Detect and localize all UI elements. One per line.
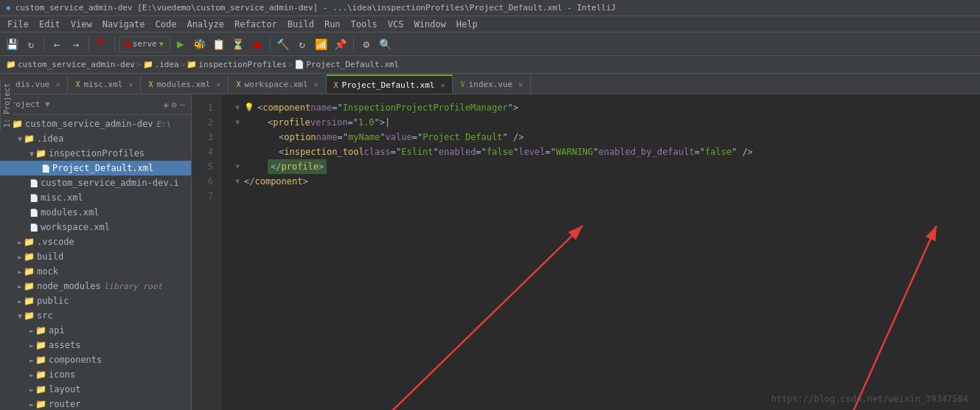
breadcrumb-part-0[interactable]: custom_service_admin-dev [18, 60, 135, 69]
arrow-icon-assets: ► [29, 341, 34, 350]
forward-button[interactable]: → [67, 35, 85, 53]
arrow-icon-public: ► [18, 297, 22, 305]
fold-btn-6[interactable]: ▼ [233, 177, 242, 186]
breadcrumb-folder-icon-2: 📁 [143, 60, 153, 69]
menu-item-window[interactable]: Window [409, 18, 450, 31]
separator-3 [114, 37, 115, 52]
arrow-icon-build: ► [18, 253, 22, 261]
separator-1 [44, 37, 44, 52]
tree-label-6: misc.xml [41, 192, 83, 203]
menu-item-tools[interactable]: Tools [347, 18, 382, 31]
xml-file-icon-2: 📄 [29, 179, 38, 187]
vue-icon-2: V [460, 80, 465, 88]
breadcrumb-part-3[interactable]: Project_Default.xml [306, 60, 399, 69]
tree-item-layout[interactable]: ► 📁 layout [0, 382, 191, 397]
settings-icon[interactable]: ⚙ [172, 100, 177, 110]
fold-btn-2[interactable]: ▼ [233, 118, 242, 127]
debug-button[interactable]: 🐝 [191, 35, 209, 53]
close-tab-0[interactable]: ✕ [55, 80, 60, 88]
menu-item-file[interactable]: File [3, 18, 33, 31]
search-button[interactable]: 🔍 [377, 35, 395, 53]
editor[interactable]: 1 2 3 4 5 6 7 ▼ 💡 <component name="Inspe… [192, 94, 980, 410]
tree-label-layout: layout [49, 384, 80, 395]
arrow-icon-api: ► [29, 327, 34, 335]
tab-index-vue[interactable]: V index.vue ✕ [453, 74, 531, 94]
tree-item-assets[interactable]: ► 📁 assets [0, 338, 191, 352]
settings-button[interactable]: ⚙ [358, 35, 375, 53]
profile-button[interactable]: ⏳ [229, 35, 247, 53]
menu-item-refactor[interactable]: Refactor [230, 18, 282, 31]
tree-item-inspection-profiles[interactable]: ▼ 📁 inspectionProfiles [0, 146, 191, 161]
tree-item-idea[interactable]: ▼ 📁 .idea [0, 131, 191, 146]
tree-label-nm: node_modules [37, 281, 101, 291]
code-line-1: ▼ 💡 <component name="InspectionProjectPr… [233, 100, 980, 115]
tree-item-misc[interactable]: 📄 misc.xml [0, 190, 191, 205]
menu-item-vcs[interactable]: VCS [383, 18, 409, 31]
tree-item-workspace[interactable]: 📄 workspace.xml [0, 220, 191, 234]
code-area[interactable]: ▼ 💡 <component name="InspectionProjectPr… [221, 94, 980, 410]
tree-label-suffix: E:\ [156, 119, 170, 129]
tree-item-modules[interactable]: 📄 modules.xml [0, 205, 191, 220]
tree-label-8: workspace.xml [41, 222, 110, 232]
tab-misc-xml[interactable]: X misc.xml ✕ [68, 74, 141, 94]
tree-label-mock: mock [37, 266, 58, 277]
tree-item-router[interactable]: ► 📁 router [0, 397, 191, 410]
attach-button[interactable]: 📌 [332, 35, 350, 53]
line-num-7: 7 [192, 189, 218, 204]
close-tab-3[interactable]: ✕ [314, 80, 319, 88]
fold-btn-1[interactable]: ▼ [233, 103, 242, 112]
app-icon: ◆ [6, 3, 11, 13]
menu-item-view[interactable]: View [66, 18, 97, 31]
tree-item-icons[interactable]: ► 📁 icons [0, 367, 191, 382]
undo-icon[interactable]: ▘ [93, 35, 111, 53]
tree-item-build[interactable]: ► 📁 build [0, 249, 191, 264]
menu-item-run[interactable]: Run [320, 18, 345, 31]
tab-project-default-xml[interactable]: X Project_Default.xml ✕ [327, 74, 453, 94]
sync-button[interactable]: ↻ [22, 35, 40, 53]
add-icon[interactable]: ✚ [163, 100, 168, 110]
save-button[interactable]: 💾 [3, 35, 21, 53]
menu-item-navigate[interactable]: Navigate [98, 18, 150, 31]
tree-label-icons: icons [49, 369, 75, 380]
run-config-selector[interactable]: ■ serve ▼ [119, 36, 170, 52]
breadcrumb-part-2[interactable]: inspectionProfiles [198, 60, 286, 69]
menu-item-help[interactable]: Help [452, 18, 482, 31]
back-button[interactable]: ← [48, 35, 66, 53]
tree-label-public: public [37, 296, 69, 306]
close-tab-1[interactable]: ✕ [128, 80, 133, 88]
build-button[interactable]: 🔨 [274, 35, 292, 53]
tree-item-project-default[interactable]: 📄 Project_Default.xml [0, 161, 191, 176]
tree-item-node-modules[interactable]: ► 📁 node_modules library root [0, 279, 191, 293]
project-vertical-tab[interactable]: 1: Project [0, 80, 13, 131]
run-target-button[interactable]: 📶 [313, 35, 330, 53]
close-tab-5[interactable]: ✕ [518, 80, 523, 88]
xml-file-icon-3: 📄 [29, 194, 38, 202]
tab-modules-xml[interactable]: X modules.xml ✕ [141, 74, 229, 94]
tab-workspace-xml[interactable]: X workspace.xml ✕ [229, 74, 326, 94]
tree-item-src[interactable]: ▼ 📁 src [0, 308, 191, 323]
menu-item-build[interactable]: Build [283, 18, 319, 31]
line-num-2: 2 [192, 115, 218, 130]
lightbulb-icon[interactable]: 💡 [244, 100, 254, 115]
tree-item-components[interactable]: ► 📁 components [0, 352, 191, 367]
tree-item-api[interactable]: ► 📁 api [0, 323, 191, 338]
close-tab-4[interactable]: ✕ [440, 81, 445, 89]
stop-button[interactable]: ■ [249, 35, 266, 53]
tree-item-dev-i[interactable]: 📄 custom_service_admin-dev.i [0, 176, 191, 190]
collapse-icon[interactable]: — [180, 100, 185, 110]
sync-project-button[interactable]: ↻ [293, 35, 311, 53]
menu-item-edit[interactable]: Edit [35, 18, 65, 31]
folder-icon-mock: 📁 [24, 266, 35, 277]
tree-item-mock[interactable]: ► 📁 mock [0, 264, 191, 279]
tab-label-3: workspace.xml [244, 80, 307, 89]
coverage-button[interactable]: 📋 [210, 35, 228, 53]
menu-item-code[interactable]: Code [151, 18, 181, 31]
breadcrumb-part-1[interactable]: .idea [155, 60, 179, 69]
menu-item-analyze[interactable]: Analyze [182, 18, 229, 31]
close-tab-2[interactable]: ✕ [216, 80, 220, 88]
run-button[interactable]: ▶ [172, 35, 190, 53]
tree-item-root[interactable]: ▼ 📁 custom_service_admin-dev E:\ [0, 117, 191, 131]
tree-item-vscode[interactable]: ► 📁 .vscode [0, 234, 191, 249]
tree-item-public[interactable]: ► 📁 public [0, 293, 191, 308]
fold-btn-5[interactable]: ▼ [233, 162, 242, 171]
